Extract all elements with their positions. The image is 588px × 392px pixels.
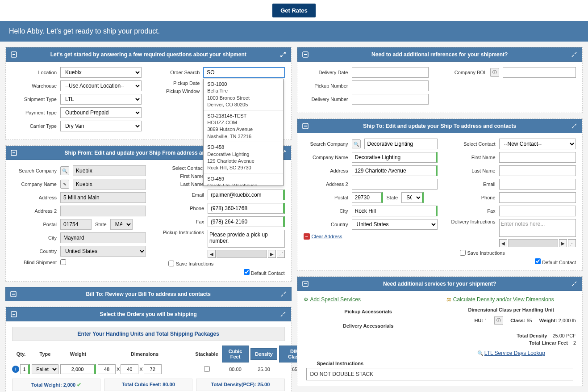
- scroll-track[interactable]: [217, 250, 267, 258]
- calc-density-link[interactable]: Calculate Density and/or View Dimensions: [453, 296, 554, 303]
- svg-rect-1: [13, 54, 15, 55]
- svg-rect-13: [304, 283, 307, 284]
- dropdown-item[interactable]: SO-459Carols Ltg. Warehouse1721 Treble D…: [204, 174, 283, 186]
- email-input[interactable]: [499, 179, 576, 190]
- address2-input[interactable]: [352, 179, 438, 190]
- default-contact-checkbox[interactable]: [535, 258, 541, 264]
- expand-icon[interactable]: [571, 281, 577, 287]
- fax-input[interactable]: [208, 216, 285, 227]
- scroll-track[interactable]: [508, 239, 559, 247]
- email-input[interactable]: [208, 190, 285, 200]
- address-input[interactable]: [352, 165, 438, 176]
- pickup-instructions-textarea[interactable]: Please provide a pick up number.: [208, 230, 285, 248]
- dim-h-input[interactable]: [144, 364, 162, 374]
- delivery-number-input[interactable]: [352, 94, 429, 105]
- save-instructions-checkbox[interactable]: [168, 261, 174, 266]
- blind-shipment-checkbox[interactable]: [60, 259, 66, 265]
- country-select[interactable]: United States: [352, 219, 438, 230]
- search-company-icon[interactable]: 🔍: [60, 166, 69, 175]
- scroll-right-icon[interactable]: ▶: [268, 250, 276, 258]
- state-select[interactable]: SC: [401, 192, 424, 203]
- get-rates-button[interactable]: Get Rates: [272, 4, 316, 17]
- collapse-icon[interactable]: [302, 123, 309, 129]
- type-select[interactable]: Pallet: [32, 364, 58, 374]
- location-select[interactable]: Kuebix: [60, 67, 142, 78]
- country-select[interactable]: United States: [60, 246, 146, 257]
- expand-icon[interactable]: [280, 311, 286, 317]
- state-select[interactable]: MA: [110, 219, 133, 230]
- delivery-instructions-textarea[interactable]: [499, 219, 576, 237]
- dropdown-item[interactable]: SO-458Decorative Lighting129 Charlotte A…: [204, 142, 283, 174]
- clear-icon[interactable]: −: [304, 233, 310, 240]
- collapse-icon[interactable]: [302, 51, 309, 58]
- qty-input[interactable]: [20, 364, 30, 374]
- scroll-left-icon[interactable]: ◀: [499, 239, 507, 247]
- dim-l-input[interactable]: [98, 364, 116, 374]
- cubic-feet-button[interactable]: Cubic Feet: [222, 346, 249, 362]
- blind-shipment-label: Blind Shipment: [12, 260, 57, 265]
- company-name-input[interactable]: [73, 179, 146, 190]
- expand-icon[interactable]: [571, 123, 577, 129]
- pickup-number-input[interactable]: [352, 80, 429, 91]
- collapse-icon[interactable]: [302, 281, 309, 287]
- city-input[interactable]: [60, 232, 146, 243]
- postal-label: Postal: [304, 195, 348, 200]
- save-instructions-checkbox[interactable]: [460, 250, 466, 256]
- company-name-label: Company Name: [12, 181, 57, 187]
- dropdown-item[interactable]: SO-218148-TESTHOUZZ.COM3899 Hutson Avenu…: [204, 111, 283, 143]
- density-button[interactable]: Density: [250, 348, 277, 360]
- add-row-icon[interactable]: +: [12, 366, 19, 373]
- payment-type-select[interactable]: Outbound Prepaid: [60, 107, 142, 118]
- svg-rect-5: [12, 294, 15, 295]
- phone-input[interactable]: [208, 203, 285, 214]
- first-name-input[interactable]: [499, 152, 576, 163]
- company-name-input[interactable]: [352, 152, 438, 163]
- svg-rect-7: [13, 314, 15, 315]
- search-company-input[interactable]: [73, 165, 146, 176]
- order-search-dropdown[interactable]: SO-1000Bella Tire1000 Bronco StreetDenve…: [203, 79, 284, 186]
- search-company-icon[interactable]: 🔍: [352, 139, 361, 148]
- expand-icon[interactable]: [280, 51, 286, 58]
- resize-handle-icon[interactable]: ⋰: [277, 250, 285, 258]
- collapse-icon[interactable]: [11, 51, 17, 58]
- collapse-icon[interactable]: [11, 150, 17, 156]
- select-contact-select[interactable]: --New Contact--: [499, 139, 576, 149]
- special-instructions-box[interactable]: DO NOT DOUBLE STACK: [306, 368, 574, 380]
- order-search-input[interactable]: [203, 67, 284, 78]
- cubic-feet-value: 80.00: [222, 367, 249, 372]
- last-name-input[interactable]: [499, 165, 576, 176]
- city-input[interactable]: [352, 206, 438, 216]
- dim-w-input[interactable]: [121, 364, 138, 374]
- ltl-lookup-link[interactable]: LTL Service Days Lookup: [484, 350, 545, 356]
- add-special-services-link[interactable]: Add Special Services: [310, 296, 361, 303]
- resize-handle-icon[interactable]: ⋰: [568, 239, 576, 247]
- warehouse-select[interactable]: --Use Account Location--: [60, 80, 142, 91]
- expand-icon[interactable]: [280, 291, 287, 297]
- collapse-icon[interactable]: [10, 291, 17, 297]
- default-contact-checkbox[interactable]: [244, 269, 250, 275]
- address2-input[interactable]: [60, 206, 146, 216]
- fax-input[interactable]: [499, 206, 576, 216]
- scroll-right-icon[interactable]: ▶: [559, 239, 567, 247]
- company-bol-input[interactable]: [503, 67, 576, 78]
- dropdown-item[interactable]: SO-1000Bella Tire1000 Bronco StreetDenve…: [204, 79, 283, 111]
- search-company-input[interactable]: [364, 139, 438, 149]
- total-linear-label: Total Linear Feet: [529, 340, 568, 346]
- phone-input[interactable]: [499, 192, 576, 203]
- postal-input[interactable]: [352, 192, 383, 203]
- clear-address-link[interactable]: Clear Address: [312, 234, 342, 239]
- weight-input[interactable]: [60, 364, 96, 374]
- edit-company-icon[interactable]: ✎: [60, 180, 69, 189]
- carrier-type-select[interactable]: Dry Van: [60, 121, 142, 131]
- expand-icon[interactable]: [571, 51, 577, 58]
- postal-input[interactable]: [60, 219, 92, 230]
- scroll-left-icon[interactable]: ◀: [208, 250, 216, 258]
- shipment-type-select[interactable]: LTL: [60, 94, 142, 105]
- stackable-checkbox[interactable]: [204, 366, 210, 372]
- hu-info-icon[interactable]: ⓘ: [494, 316, 503, 325]
- bol-info-icon[interactable]: ⓘ: [490, 68, 499, 77]
- delivery-date-input[interactable]: [352, 67, 429, 78]
- collapse-icon[interactable]: [11, 311, 17, 317]
- email-label: Email: [159, 192, 204, 198]
- address-input[interactable]: [60, 192, 146, 203]
